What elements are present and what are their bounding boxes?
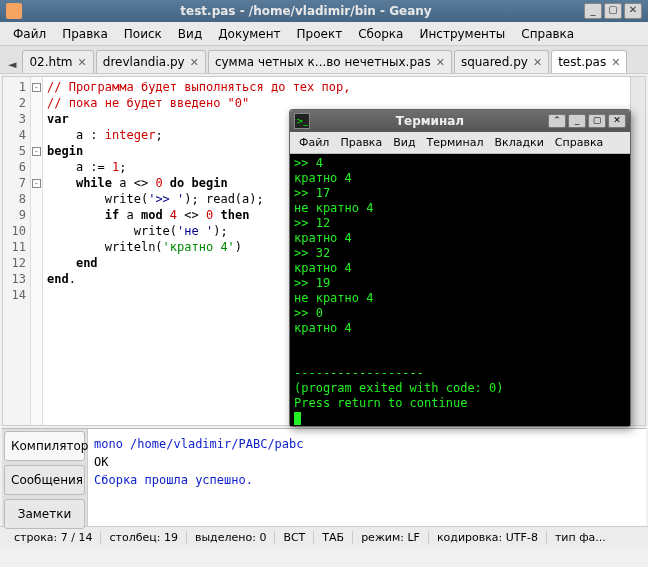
tab-label: squared.py bbox=[461, 55, 528, 69]
fold-toggle-icon[interactable]: - bbox=[32, 147, 41, 156]
terminal-menu-Справка[interactable]: Справка bbox=[550, 134, 608, 151]
tab-label: сумма четных к...во нечетных.pas bbox=[215, 55, 431, 69]
terminal-output[interactable]: >> 4 кратно 4 >> 17 не кратно 4 >> 12 кр… bbox=[290, 154, 630, 426]
tab-close-icon[interactable]: ✕ bbox=[78, 56, 87, 69]
status-encoding[interactable]: кодировка: UTF-8 bbox=[429, 531, 547, 544]
terminal-rollup-button[interactable]: ⌃ bbox=[548, 114, 566, 128]
editor-tab[interactable]: test.pas✕ bbox=[551, 50, 627, 73]
bottom-tab-Компилятор[interactable]: Компилятор bbox=[4, 431, 85, 461]
tab-scroll-left-icon[interactable]: ◄ bbox=[4, 56, 20, 73]
terminal-close-button[interactable]: ✕ bbox=[608, 114, 626, 128]
message-line[interactable]: Сборка прошла успешно. bbox=[94, 471, 640, 489]
menu-Правка[interactable]: Правка bbox=[55, 24, 115, 44]
fold-toggle-icon[interactable]: - bbox=[32, 179, 41, 188]
terminal-menu-Файл[interactable]: Файл bbox=[294, 134, 334, 151]
menu-Инструменты[interactable]: Инструменты bbox=[412, 24, 512, 44]
tab-close-icon[interactable]: ✕ bbox=[190, 56, 199, 69]
terminal-menubar: ФайлПравкаВидТерминалВкладкиСправка bbox=[290, 132, 630, 154]
status-tab-mode[interactable]: ТАБ bbox=[314, 531, 353, 544]
terminal-menu-Вкладки[interactable]: Вкладки bbox=[489, 134, 548, 151]
terminal-menu-Вид[interactable]: Вид bbox=[388, 134, 420, 151]
tab-close-icon[interactable]: ✕ bbox=[611, 56, 620, 69]
terminal-window[interactable]: >_ Терминал ⌃ _ ▢ ✕ ФайлПравкаВидТермина… bbox=[289, 109, 631, 427]
statusbar: строка: 7 / 14 столбец: 19 выделено: 0 В… bbox=[0, 526, 648, 548]
menu-Проект[interactable]: Проект bbox=[290, 24, 350, 44]
fold-toggle-icon[interactable]: - bbox=[32, 83, 41, 92]
terminal-cursor bbox=[294, 412, 301, 425]
tab-close-icon[interactable]: ✕ bbox=[436, 56, 445, 69]
status-insert-mode[interactable]: ВСТ bbox=[275, 531, 314, 544]
message-line[interactable]: mono /home/vladimir/PABC/pabc bbox=[94, 435, 640, 453]
menubar: ФайлПравкаПоискВидДокументПроектСборкаИн… bbox=[0, 22, 648, 46]
tab-label: 02.htm bbox=[29, 55, 72, 69]
tab-close-icon[interactable]: ✕ bbox=[533, 56, 542, 69]
status-selection[interactable]: выделено: 0 bbox=[187, 531, 275, 544]
bottom-tab-Заметки[interactable]: Заметки bbox=[4, 499, 85, 529]
vertical-scrollbar[interactable] bbox=[630, 77, 645, 425]
bottom-tab-Сообщения[interactable]: Сообщения bbox=[4, 465, 85, 495]
bottom-panel-tabs: КомпиляторСообщенияЗаметки bbox=[2, 429, 88, 526]
editor-tab[interactable]: drevlandia.py✕ bbox=[96, 50, 206, 73]
menu-Сборка[interactable]: Сборка bbox=[351, 24, 410, 44]
terminal-title: Терминал bbox=[314, 114, 546, 128]
close-button[interactable]: ✕ bbox=[624, 3, 642, 19]
app-icon bbox=[6, 3, 22, 19]
status-column[interactable]: столбец: 19 bbox=[101, 531, 186, 544]
menu-Поиск[interactable]: Поиск bbox=[117, 24, 169, 44]
fold-gutter: --- bbox=[31, 77, 43, 425]
terminal-icon: >_ bbox=[294, 113, 310, 129]
menu-Вид[interactable]: Вид bbox=[171, 24, 209, 44]
bottom-panel: КомпиляторСообщенияЗаметки mono /home/vl… bbox=[2, 428, 646, 526]
editor-tabbar: ◄ 02.htm✕drevlandia.py✕сумма четных к...… bbox=[0, 46, 648, 74]
editor-tab[interactable]: сумма четных к...во нечетных.pas✕ bbox=[208, 50, 452, 73]
terminal-titlebar[interactable]: >_ Терминал ⌃ _ ▢ ✕ bbox=[290, 110, 630, 132]
message-line[interactable]: OK bbox=[94, 453, 640, 471]
menu-Файл[interactable]: Файл bbox=[6, 24, 53, 44]
compiler-messages[interactable]: mono /home/vladimir/PABC/pabcOKСборка пр… bbox=[88, 429, 646, 526]
terminal-maximize-button[interactable]: ▢ bbox=[588, 114, 606, 128]
tab-label: test.pas bbox=[558, 55, 606, 69]
minimize-button[interactable]: _ bbox=[584, 3, 602, 19]
editor-tab[interactable]: squared.py✕ bbox=[454, 50, 549, 73]
terminal-minimize-button[interactable]: _ bbox=[568, 114, 586, 128]
maximize-button[interactable]: ▢ bbox=[604, 3, 622, 19]
editor-tab[interactable]: 02.htm✕ bbox=[22, 50, 93, 73]
menu-Справка[interactable]: Справка bbox=[514, 24, 581, 44]
window-title: test.pas - /home/vladimir/bin - Geany bbox=[28, 4, 584, 18]
menu-Документ[interactable]: Документ bbox=[211, 24, 287, 44]
tab-label: drevlandia.py bbox=[103, 55, 185, 69]
window-titlebar: test.pas - /home/vladimir/bin - Geany _ … bbox=[0, 0, 648, 22]
line-number-gutter: 1234567891011121314 bbox=[3, 77, 31, 425]
status-line-ending[interactable]: режим: LF bbox=[353, 531, 429, 544]
status-filetype[interactable]: тип фа... bbox=[547, 531, 614, 544]
status-line[interactable]: строка: 7 / 14 bbox=[6, 531, 101, 544]
terminal-menu-Правка[interactable]: Правка bbox=[335, 134, 387, 151]
terminal-menu-Терминал[interactable]: Терминал bbox=[422, 134, 489, 151]
